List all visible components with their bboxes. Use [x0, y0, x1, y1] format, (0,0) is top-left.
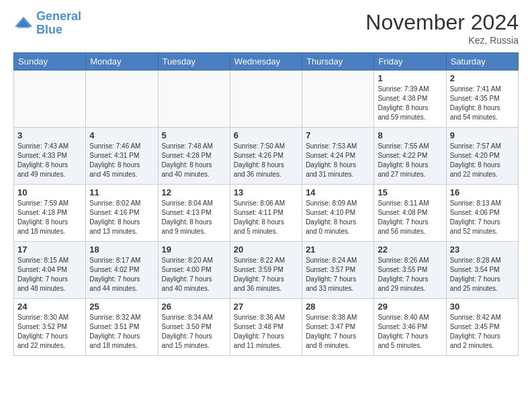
- logo-text: General Blue: [36, 10, 81, 37]
- day-number: 24: [17, 302, 82, 312]
- calendar-week-row: 24Sunrise: 8:30 AM Sunset: 3:52 PM Dayli…: [14, 299, 519, 356]
- location: Kez, Russia: [365, 35, 519, 46]
- calendar-day-cell: 28Sunrise: 8:38 AM Sunset: 3:47 PM Dayli…: [302, 299, 374, 356]
- calendar-day-cell: [158, 71, 230, 128]
- day-number: 16: [450, 187, 515, 197]
- calendar-day-cell: 26Sunrise: 8:34 AM Sunset: 3:50 PM Dayli…: [158, 299, 230, 356]
- calendar-day-cell: 29Sunrise: 8:40 AM Sunset: 3:46 PM Dayli…: [374, 299, 446, 356]
- day-number: 28: [306, 302, 370, 312]
- calendar-day-cell: 25Sunrise: 8:32 AM Sunset: 3:51 PM Dayli…: [86, 299, 158, 356]
- day-number: 18: [89, 244, 154, 255]
- day-of-week-header: Thursday: [302, 53, 374, 71]
- day-number: 1: [378, 73, 442, 83]
- day-of-week-header: Monday: [86, 53, 158, 71]
- day-info: Sunrise: 7:59 AM Sunset: 4:18 PM Dayligh…: [17, 199, 82, 236]
- calendar-day-cell: 13Sunrise: 8:06 AM Sunset: 4:11 PM Dayli…: [230, 185, 302, 242]
- calendar-header-row: SundayMondayTuesdayWednesdayThursdayFrid…: [14, 53, 519, 71]
- logo: General Blue: [13, 10, 81, 37]
- day-number: 2: [450, 73, 515, 83]
- day-number: 26: [162, 302, 226, 312]
- calendar-week-row: 17Sunrise: 8:15 AM Sunset: 4:04 PM Dayli…: [14, 242, 519, 299]
- calendar-day-cell: 19Sunrise: 8:20 AM Sunset: 4:00 PM Dayli…: [158, 242, 230, 299]
- calendar-day-cell: 11Sunrise: 8:02 AM Sunset: 4:16 PM Dayli…: [86, 185, 158, 242]
- day-of-week-header: Sunday: [14, 53, 86, 71]
- calendar-day-cell: 7Sunrise: 7:53 AM Sunset: 4:24 PM Daylig…: [302, 128, 374, 185]
- day-info: Sunrise: 7:39 AM Sunset: 4:38 PM Dayligh…: [378, 85, 442, 122]
- day-info: Sunrise: 7:57 AM Sunset: 4:20 PM Dayligh…: [450, 142, 515, 179]
- day-info: Sunrise: 7:41 AM Sunset: 4:35 PM Dayligh…: [450, 85, 515, 122]
- day-of-week-header: Tuesday: [158, 53, 230, 71]
- calendar-day-cell: 9Sunrise: 7:57 AM Sunset: 4:20 PM Daylig…: [446, 128, 518, 185]
- day-number: 15: [378, 187, 442, 197]
- day-info: Sunrise: 8:02 AM Sunset: 4:16 PM Dayligh…: [89, 199, 154, 236]
- calendar-day-cell: 6Sunrise: 7:50 AM Sunset: 4:26 PM Daylig…: [230, 128, 302, 185]
- day-info: Sunrise: 8:32 AM Sunset: 3:51 PM Dayligh…: [89, 313, 154, 351]
- day-info: Sunrise: 7:48 AM Sunset: 4:28 PM Dayligh…: [162, 142, 226, 179]
- day-info: Sunrise: 8:04 AM Sunset: 4:13 PM Dayligh…: [162, 199, 226, 236]
- calendar-day-cell: 17Sunrise: 8:15 AM Sunset: 4:04 PM Dayli…: [14, 242, 86, 299]
- day-info: Sunrise: 8:06 AM Sunset: 4:11 PM Dayligh…: [234, 199, 298, 236]
- calendar-day-cell: 12Sunrise: 8:04 AM Sunset: 4:13 PM Dayli…: [158, 185, 230, 242]
- day-info: Sunrise: 8:40 AM Sunset: 3:46 PM Dayligh…: [378, 313, 442, 351]
- header: General Blue November 2024 Kez, Russia: [0, 0, 532, 52]
- calendar-day-cell: 30Sunrise: 8:42 AM Sunset: 3:45 PM Dayli…: [446, 299, 518, 356]
- calendar-day-cell: 27Sunrise: 8:36 AM Sunset: 3:48 PM Dayli…: [230, 299, 302, 356]
- calendar-day-cell: [302, 71, 374, 128]
- calendar-day-cell: [86, 71, 158, 128]
- calendar-day-cell: 3Sunrise: 7:43 AM Sunset: 4:33 PM Daylig…: [14, 128, 86, 185]
- day-info: Sunrise: 8:17 AM Sunset: 4:02 PM Dayligh…: [89, 256, 154, 293]
- day-number: 13: [234, 187, 298, 197]
- day-info: Sunrise: 8:30 AM Sunset: 3:52 PM Dayligh…: [17, 313, 82, 351]
- day-number: 25: [89, 302, 154, 312]
- calendar-day-cell: 10Sunrise: 7:59 AM Sunset: 4:18 PM Dayli…: [14, 185, 86, 242]
- calendar-day-cell: 21Sunrise: 8:24 AM Sunset: 3:57 PM Dayli…: [302, 242, 374, 299]
- day-number: 10: [17, 187, 82, 197]
- day-of-week-header: Wednesday: [230, 53, 302, 71]
- day-number: 17: [17, 244, 82, 255]
- day-number: 5: [162, 130, 226, 140]
- calendar-week-row: 10Sunrise: 7:59 AM Sunset: 4:18 PM Dayli…: [14, 185, 519, 242]
- day-number: 30: [450, 302, 515, 312]
- calendar-day-cell: 14Sunrise: 8:09 AM Sunset: 4:10 PM Dayli…: [302, 185, 374, 242]
- day-number: 3: [17, 130, 82, 140]
- day-info: Sunrise: 7:53 AM Sunset: 4:24 PM Dayligh…: [306, 142, 370, 179]
- day-number: 8: [378, 130, 442, 140]
- day-number: 6: [234, 130, 298, 140]
- calendar-day-cell: [14, 71, 86, 128]
- day-info: Sunrise: 8:11 AM Sunset: 4:08 PM Dayligh…: [378, 199, 442, 236]
- day-number: 29: [378, 302, 442, 312]
- calendar-week-row: 1Sunrise: 7:39 AM Sunset: 4:38 PM Daylig…: [14, 71, 519, 128]
- day-info: Sunrise: 8:15 AM Sunset: 4:04 PM Dayligh…: [17, 256, 82, 293]
- day-info: Sunrise: 8:24 AM Sunset: 3:57 PM Dayligh…: [306, 256, 370, 293]
- day-info: Sunrise: 7:43 AM Sunset: 4:33 PM Dayligh…: [17, 142, 82, 179]
- day-info: Sunrise: 8:28 AM Sunset: 3:54 PM Dayligh…: [450, 256, 515, 293]
- calendar-day-cell: [230, 71, 302, 128]
- day-info: Sunrise: 8:09 AM Sunset: 4:10 PM Dayligh…: [306, 199, 370, 236]
- calendar-day-cell: 22Sunrise: 8:26 AM Sunset: 3:55 PM Dayli…: [374, 242, 446, 299]
- day-info: Sunrise: 7:55 AM Sunset: 4:22 PM Dayligh…: [378, 142, 442, 179]
- calendar-day-cell: 4Sunrise: 7:46 AM Sunset: 4:31 PM Daylig…: [86, 128, 158, 185]
- day-number: 4: [89, 130, 154, 140]
- day-number: 22: [378, 244, 442, 255]
- calendar-week-row: 3Sunrise: 7:43 AM Sunset: 4:33 PM Daylig…: [14, 128, 519, 185]
- calendar-day-cell: 5Sunrise: 7:48 AM Sunset: 4:28 PM Daylig…: [158, 128, 230, 185]
- day-number: 27: [234, 302, 298, 312]
- day-number: 19: [162, 244, 226, 255]
- logo-general: General: [36, 9, 81, 23]
- day-number: 12: [162, 187, 226, 197]
- calendar-day-cell: 8Sunrise: 7:55 AM Sunset: 4:22 PM Daylig…: [374, 128, 446, 185]
- day-info: Sunrise: 7:50 AM Sunset: 4:26 PM Dayligh…: [234, 142, 298, 179]
- month-title: November 2024: [365, 10, 519, 35]
- day-of-week-header: Friday: [374, 53, 446, 71]
- calendar-day-cell: 15Sunrise: 8:11 AM Sunset: 4:08 PM Dayli…: [374, 185, 446, 242]
- calendar-day-cell: 16Sunrise: 8:13 AM Sunset: 4:06 PM Dayli…: [446, 185, 518, 242]
- calendar-day-cell: 23Sunrise: 8:28 AM Sunset: 3:54 PM Dayli…: [446, 242, 518, 299]
- calendar-wrapper: SundayMondayTuesdayWednesdayThursdayFrid…: [0, 52, 532, 363]
- day-number: 7: [306, 130, 370, 140]
- day-number: 11: [89, 187, 154, 197]
- calendar-day-cell: 20Sunrise: 8:22 AM Sunset: 3:59 PM Dayli…: [230, 242, 302, 299]
- calendar-day-cell: 1Sunrise: 7:39 AM Sunset: 4:38 PM Daylig…: [374, 71, 446, 128]
- calendar-day-cell: 24Sunrise: 8:30 AM Sunset: 3:52 PM Dayli…: [14, 299, 86, 356]
- day-info: Sunrise: 8:13 AM Sunset: 4:06 PM Dayligh…: [450, 199, 515, 236]
- day-info: Sunrise: 8:22 AM Sunset: 3:59 PM Dayligh…: [234, 256, 298, 293]
